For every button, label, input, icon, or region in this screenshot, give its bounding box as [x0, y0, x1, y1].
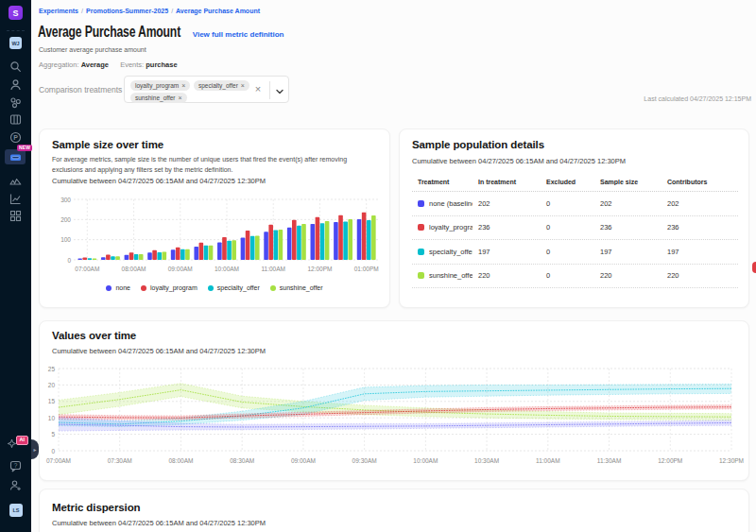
- population-table: TreatmentIn treatmentExcludedSample size…: [412, 173, 738, 288]
- legend-item: none: [106, 284, 130, 291]
- user-avatar-badge[interactable]: LS: [9, 504, 23, 517]
- svg-text:11:30AM: 11:30AM: [597, 457, 622, 464]
- help-chat-icon[interactable]: ?: [9, 460, 22, 472]
- table-cell: 202: [594, 199, 662, 208]
- treatment-color-swatch: [418, 224, 424, 231]
- svg-text:07:00AM: 07:00AM: [46, 457, 71, 464]
- search-icon[interactable]: [9, 60, 22, 73]
- dispersion-title: Metric dispersion: [52, 502, 141, 513]
- table-cell: 202: [472, 199, 541, 208]
- values-cumulative: Cumulative between 04/27/2025 06:15AM an…: [52, 347, 266, 355]
- grid-icon[interactable]: [9, 210, 22, 222]
- metric-definition-link[interactable]: View full metric definition: [193, 30, 284, 39]
- segments-icon[interactable]: [9, 96, 22, 109]
- chip-sunshine-offer[interactable]: sunshine_offer×: [130, 93, 187, 103]
- user-icon[interactable]: [9, 78, 22, 91]
- comparison-treatments-label: Comparison treatments: [39, 85, 122, 94]
- svg-text:10:00AM: 10:00AM: [215, 266, 239, 272]
- table-cell: 0: [541, 223, 594, 232]
- table-header-cell: Sample size: [594, 179, 662, 185]
- chip-remove-icon[interactable]: ×: [179, 94, 182, 101]
- treatment-color-swatch: [418, 272, 424, 279]
- table-row: none (baseline)2020202202: [412, 192, 738, 216]
- treatment-cell: loyalty_program: [412, 223, 472, 232]
- breadcrumb-experiment-name[interactable]: Promotions-Summer-2025: [86, 8, 168, 14]
- table-header-cell: Excluded: [541, 179, 594, 185]
- page-title: Average Purchase Amount: [38, 24, 180, 41]
- legend-label: sunshine_offer: [280, 284, 323, 291]
- chip-specialty-offer[interactable]: specialty_offer×: [194, 80, 249, 91]
- svg-text:10: 10: [48, 415, 56, 421]
- legend-item: sunshine_offer: [270, 284, 323, 291]
- legend-label: loyalty_program: [150, 284, 198, 291]
- legend-label: specialty_offer: [217, 284, 260, 291]
- legend-dot: [270, 285, 276, 291]
- svg-text:12:30PM: 12:30PM: [719, 457, 744, 464]
- legend-item: specialty_offer: [208, 284, 260, 291]
- breadcrumb-metric-name[interactable]: Average Purchase Amount: [176, 8, 260, 14]
- mountains-icon[interactable]: [9, 175, 22, 187]
- svg-text:200: 200: [60, 216, 71, 223]
- page-subtitle: Customer average purchase amount: [39, 46, 146, 53]
- chip-loyalty-program[interactable]: loyalty_program×: [130, 80, 190, 91]
- events-label: Events:: [120, 60, 144, 69]
- events-value: purchase: [146, 60, 177, 69]
- table-cell: 220: [594, 271, 662, 280]
- chip-label: loyalty_program: [135, 82, 179, 89]
- sample-size-card: Sample size over time For average metric…: [39, 129, 390, 308]
- population-title: Sample population details: [412, 139, 544, 150]
- chevron-down-icon[interactable]: [274, 84, 285, 95]
- chip-remove-icon[interactable]: ×: [241, 82, 245, 89]
- chip-remove-icon[interactable]: ×: [181, 82, 185, 89]
- workspace-badge[interactable]: WJ: [9, 37, 22, 49]
- sidebar-item-selected[interactable]: [5, 149, 26, 164]
- right-panel-handle[interactable]: [752, 262, 756, 273]
- svg-text:25: 25: [48, 366, 56, 372]
- comparison-treatments-select[interactable]: loyalty_program× specialty_offer× sunshi…: [124, 76, 289, 103]
- treatment-cell: sunshine_offer: [412, 271, 472, 280]
- aggregation-row: Aggregation: Average Events: purchase: [39, 60, 178, 69]
- svg-text:10:30AM: 10:30AM: [474, 457, 499, 464]
- svg-text:01:00PM: 01:00PM: [354, 266, 379, 272]
- statsig-logo-icon[interactable]: S: [9, 6, 23, 20]
- values-line-chart: 051015202507:00AM07:30AM08:00AM08:30AM09…: [45, 360, 745, 473]
- table-header-cell: Contributors: [662, 179, 738, 185]
- aggregation-label: Aggregation:: [39, 60, 79, 69]
- legend-dot: [106, 285, 112, 291]
- breadcrumb-experiments[interactable]: Experiments: [39, 8, 78, 14]
- legend-label: none: [115, 284, 130, 291]
- svg-text:09:00AM: 09:00AM: [291, 457, 316, 464]
- line-chart-icon[interactable]: [9, 193, 22, 205]
- svg-text:15: 15: [48, 398, 56, 404]
- aggregation-value: Average: [81, 60, 109, 69]
- table-cell: 220: [472, 271, 541, 280]
- sample-size-description: For average metrics, sample size is the …: [52, 155, 366, 176]
- treatment-name: specialty_offer: [429, 248, 472, 256]
- table-cell: 220: [662, 271, 738, 280]
- treatment-color-swatch: [418, 249, 424, 255]
- table-row: sunshine_offer2200220220: [412, 265, 738, 289]
- metric-dispersion-card: Metric dispersion Cumulative between 04/…: [39, 489, 749, 532]
- last-calculated: Last calculated 04/27/2025 12:15PM: [644, 95, 751, 102]
- clear-all-icon[interactable]: ×: [252, 83, 264, 94]
- invite-user-icon[interactable]: [9, 479, 22, 491]
- legend-dot: [208, 285, 214, 291]
- treatment-cell: specialty_offer: [412, 248, 472, 256]
- table-header-cell: In treatment: [472, 179, 541, 185]
- svg-text:0: 0: [51, 448, 55, 455]
- svg-text:11:00AM: 11:00AM: [536, 457, 560, 464]
- svg-text:10:00AM: 10:00AM: [413, 457, 438, 464]
- pulse-icon[interactable]: P: [9, 131, 22, 144]
- sample-size-title: Sample size over time: [52, 139, 163, 150]
- columns-icon[interactable]: [9, 113, 22, 126]
- treatment-name: loyalty_program: [429, 223, 472, 232]
- svg-text:5: 5: [51, 431, 55, 438]
- sidebar-expand-handle[interactable]: ▸: [31, 439, 39, 459]
- sample-population-card: Sample population details Cumulative bet…: [399, 129, 749, 308]
- svg-text:07:00AM: 07:00AM: [75, 266, 99, 272]
- svg-text:300: 300: [60, 197, 71, 203]
- svg-text:12:00PM: 12:00PM: [307, 266, 332, 272]
- treatment-name: sunshine_offer: [429, 271, 472, 280]
- table-cell: 197: [662, 248, 738, 256]
- table-cell: 0: [541, 271, 594, 280]
